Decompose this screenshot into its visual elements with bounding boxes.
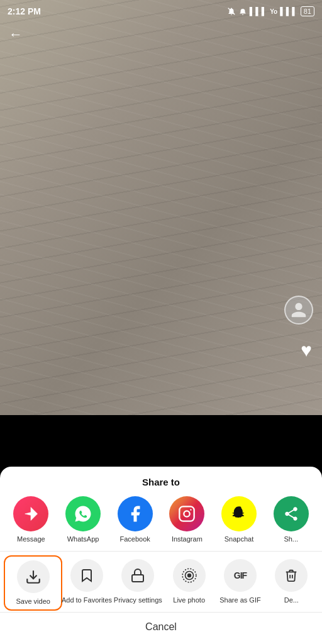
action-label-share-as-gif: Share as GIF	[219, 596, 260, 604]
back-button[interactable]: ←	[9, 26, 23, 43]
action-item-delete[interactable]: De...	[266, 559, 317, 604]
snapchat-icon	[221, 496, 257, 531]
app-label-whatsapp: WhatsApp	[67, 535, 99, 543]
app-label-more: Sh...	[284, 535, 298, 543]
heart-icon[interactable]: ♥	[301, 340, 312, 361]
svg-marker-1	[25, 507, 38, 520]
app-item-whatsapp[interactable]: WhatsApp	[57, 496, 109, 543]
delete-icon	[275, 559, 308, 592]
app-label-snapchat: Snapchat	[225, 535, 253, 543]
more-share-icon	[274, 496, 309, 531]
app-item-snapchat[interactable]: Snapchat	[213, 496, 265, 543]
message-icon	[13, 496, 48, 531]
svg-point-7	[187, 573, 191, 577]
whatsapp-icon	[65, 496, 101, 531]
app-item-message[interactable]: Message	[5, 496, 57, 543]
privacy-settings-icon	[121, 559, 154, 592]
app-item-more[interactable]: Sh...	[265, 496, 317, 543]
status-bar: 2:12 PM ▌▌▌ Yo ▌▌▌ 81	[0, 0, 322, 23]
svg-point-4	[191, 509, 192, 510]
share-title: Share to	[0, 467, 322, 496]
action-label-save-video: Save video	[16, 597, 50, 606]
action-label-add-favorites: Add to Favorites	[62, 596, 112, 604]
action-item-live-photo[interactable]: Live photo	[164, 559, 214, 604]
status-icons: ▌▌▌ Yo ▌▌▌ 81	[227, 6, 314, 16]
share-as-gif-icon: GIF	[224, 559, 257, 592]
save-video-icon	[17, 560, 50, 593]
action-label-delete: De...	[284, 596, 299, 604]
app-label-instagram: Instagram	[172, 535, 203, 543]
action-item-privacy-settings[interactable]: Privacy settings	[113, 559, 164, 604]
svg-rect-2	[180, 506, 194, 521]
action-item-share-as-gif[interactable]: GIF Share as GIF	[214, 559, 265, 604]
app-label-message: Message	[17, 535, 45, 543]
live-photo-icon	[173, 559, 206, 592]
action-item-add-favorites[interactable]: Add to Favorites	[61, 559, 112, 604]
actions-row: Save video Add to Favorites Privacy sett…	[0, 552, 322, 612]
person-icon	[290, 301, 308, 319]
app-label-facebook: Facebook	[120, 535, 150, 543]
facebook-icon	[118, 496, 153, 531]
profile-icon[interactable]	[284, 296, 313, 325]
action-label-privacy-settings: Privacy settings	[114, 596, 162, 604]
bottom-sheet: Share to Message WhatsApp	[0, 467, 322, 644]
cancel-button[interactable]: Cancel	[0, 613, 322, 644]
svg-rect-6	[132, 575, 143, 582]
apps-row: Message WhatsApp Facebook	[0, 496, 322, 551]
app-item-facebook[interactable]: Facebook	[109, 496, 161, 543]
svg-point-3	[184, 511, 190, 516]
action-label-live-photo: Live photo	[173, 596, 205, 604]
action-item-save-video[interactable]: Save video	[4, 555, 62, 611]
status-time: 2:12 PM	[8, 6, 41, 16]
add-favorites-icon	[70, 559, 103, 592]
instagram-icon	[169, 496, 204, 531]
video-area	[0, 0, 322, 415]
app-item-instagram[interactable]: Instagram	[161, 496, 213, 543]
